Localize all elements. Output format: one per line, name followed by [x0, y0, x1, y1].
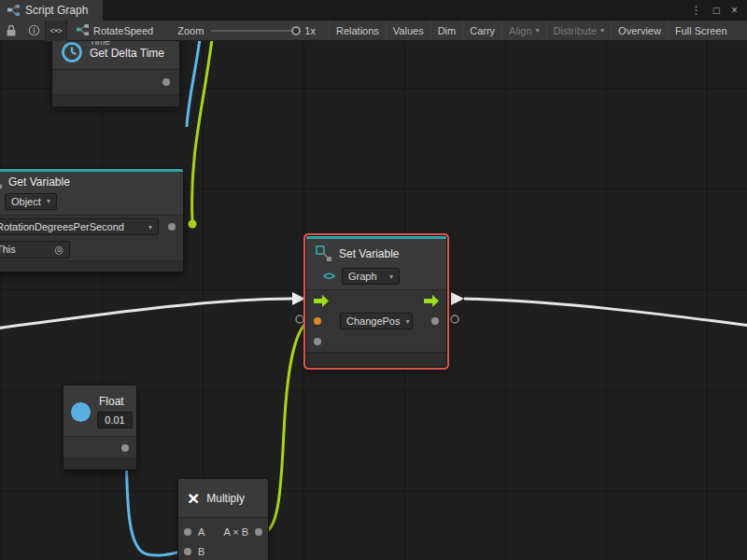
node-ports: A A × B B: [178, 517, 268, 560]
value-input-port[interactable]: [314, 317, 321, 325]
flow-arrowhead-in: [292, 292, 305, 305]
tab-script-graph[interactable]: Script Graph: [0, 0, 103, 21]
node-ports: [52, 69, 179, 94]
node-get-variable[interactable]: Get Variable Object ▾ RotationDegreesPer…: [0, 168, 184, 273]
dim-button[interactable]: Dim: [430, 21, 463, 41]
node-ports: RotationDegreesPerSecond ▾ This ◎: [0, 215, 183, 260]
zoom-label: Zoom: [177, 25, 204, 36]
node-title: Get Variable: [8, 175, 70, 189]
wire-flow-in[interactable]: [0, 299, 292, 329]
float-value-field[interactable]: 0.01: [97, 412, 133, 428]
outer-port-ring-left[interactable]: [296, 315, 303, 323]
variable-kind-dropdown[interactable]: Graph ▾: [342, 268, 400, 285]
wire-green-endpoint[interactable]: [189, 220, 197, 229]
close-icon[interactable]: ×: [731, 0, 738, 21]
value-output-port[interactable]: [431, 317, 439, 325]
variable-icon: [316, 245, 332, 262]
node-title: Float: [99, 395, 124, 408]
graph-variable-icon: <>: [323, 270, 334, 283]
variable-kind-dropdown[interactable]: Object ▾: [5, 193, 57, 210]
input-b-port[interactable]: [184, 548, 191, 555]
node-set-variable[interactable]: Set Variable <> Graph ▾: [305, 235, 447, 368]
window-controls: ⋮ □ ×: [691, 0, 747, 21]
value-output-port[interactable]: [162, 78, 170, 86]
chevron-down-icon: ▾: [389, 273, 393, 281]
fallback-input-port[interactable]: [314, 338, 321, 345]
graph-toolbar: <•> RotateSpeed Zoom 1x Relations Values: [0, 21, 747, 41]
toolbar-buttons: Relations Values Dim Carry Align ▾ Distr…: [329, 21, 734, 41]
tab-bar: Script Graph ⋮ □ ×: [0, 0, 747, 21]
node-title: Get Delta Time: [90, 47, 164, 60]
node-multiply[interactable]: × Multiply A A × B B: [177, 478, 269, 560]
wire-blue-top[interactable]: [187, 41, 204, 127]
value-output-port[interactable]: [168, 223, 176, 231]
output-label: A × B: [223, 526, 248, 538]
info-icon[interactable]: [22, 21, 45, 41]
node-footer: [306, 352, 446, 367]
target-object-field[interactable]: This ◎: [0, 241, 70, 259]
node-header: Float 0.01: [63, 385, 136, 436]
node-header: × Multiply: [178, 479, 268, 517]
fullscreen-button[interactable]: Full Screen: [668, 21, 734, 41]
zoom-control: Zoom 1x: [177, 25, 316, 36]
align-button[interactable]: Align ▾: [501, 21, 545, 41]
node-ports: [63, 436, 136, 458]
outer-port-ring-right[interactable]: [451, 315, 458, 323]
graph-inspector-toggle-icon[interactable]: <•>: [45, 21, 67, 41]
script-graph-asset-icon: [77, 24, 89, 36]
object-picker-icon[interactable]: ◎: [54, 244, 63, 256]
output-port[interactable]: [255, 528, 262, 536]
carry-button[interactable]: Carry: [462, 21, 501, 41]
zoom-value: 1x: [304, 25, 316, 36]
node-ports: ChangePos ▾: [306, 289, 446, 352]
input-a-label: A: [198, 526, 204, 538]
flow-output-port[interactable]: [424, 295, 439, 307]
multiply-icon: ×: [188, 488, 199, 508]
input-a-port[interactable]: [184, 528, 191, 536]
node-get-delta-time[interactable]: Time Get Delta Time: [51, 41, 180, 107]
node-header: Set Variable: [306, 239, 446, 265]
maximize-icon[interactable]: □: [713, 0, 720, 21]
values-button[interactable]: Values: [386, 21, 430, 41]
zoom-slider-handle[interactable]: [291, 26, 301, 35]
chevron-down-icon: ▾: [406, 317, 410, 326]
flow-input-port[interactable]: [314, 295, 329, 307]
node-footer: [0, 260, 183, 272]
lock-icon[interactable]: [0, 21, 22, 41]
overview-button[interactable]: Overview: [611, 21, 668, 41]
relations-button[interactable]: Relations: [329, 21, 386, 41]
chevron-down-icon: ▾: [47, 197, 50, 205]
flow-arrowhead-out: [451, 292, 464, 305]
variable-name-dropdown[interactable]: ChangePos ▾: [340, 313, 413, 329]
unity-script-graph-window: Script Graph ⋮ □ × <•>: [0, 0, 747, 560]
node-title: Multiply: [206, 492, 245, 505]
node-title: Set Variable: [339, 247, 399, 260]
node-float-literal[interactable]: Float 0.01: [63, 385, 137, 470]
graph-name-label: RotateSpeed: [93, 25, 153, 36]
node-header: Time Get Delta Time: [52, 41, 179, 69]
wire-flow-out[interactable]: [464, 299, 747, 327]
node-footer: [52, 94, 179, 106]
tab-title: Script Graph: [25, 4, 88, 17]
graph-canvas[interactable]: Time Get Delta Time Get Variable: [0, 41, 747, 560]
variable-kind-row: Object ▾: [0, 191, 183, 215]
chevron-down-icon: ▾: [536, 26, 540, 35]
chevron-down-icon: ▾: [600, 26, 604, 35]
node-header: Get Variable: [0, 172, 183, 191]
zoom-slider[interactable]: [211, 30, 297, 32]
distribute-button[interactable]: Distribute ▾: [546, 21, 611, 41]
graph-name: RotateSpeed: [77, 24, 153, 36]
chevron-down-icon: ▾: [148, 223, 152, 231]
clock-icon: [61, 41, 83, 63]
wire-green-top[interactable]: [192, 41, 217, 220]
float-type-icon: [71, 402, 91, 422]
value-output-port[interactable]: [121, 444, 129, 452]
node-footer: [63, 458, 136, 469]
variable-icon: [0, 175, 3, 189]
window-menu-icon[interactable]: ⋮: [691, 0, 702, 21]
script-graph-tab-icon: [7, 5, 20, 17]
variable-kind-row: <> Graph ▾: [306, 265, 446, 289]
input-b-label: B: [198, 546, 204, 557]
variable-name-dropdown[interactable]: RotationDegreesPerSecond ▾: [0, 218, 159, 235]
